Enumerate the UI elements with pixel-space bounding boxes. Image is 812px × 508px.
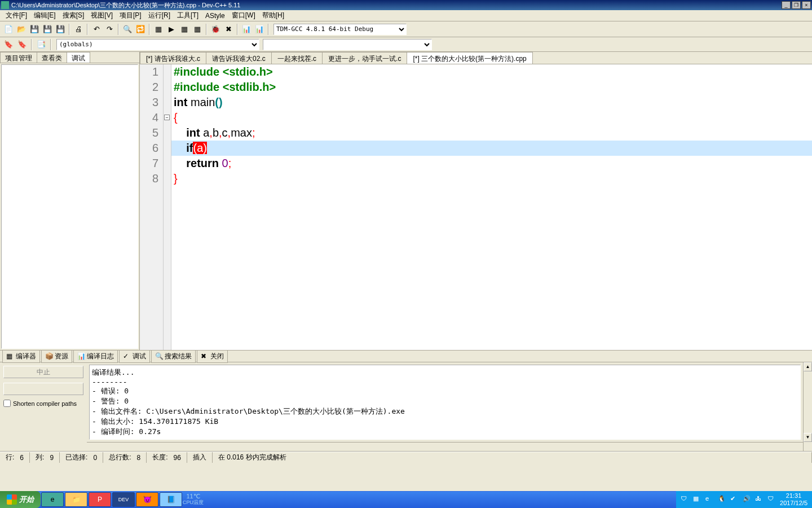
- tray-network-icon[interactable]: 🖧: [755, 495, 764, 504]
- bottom-tab-5[interactable]: ✖关闭: [197, 350, 228, 363]
- file-tab-4[interactable]: [*] 三个数的大小比较(第一种方法).cpp: [407, 52, 532, 64]
- menu-工具[T][interactable]: 工具[T]: [174, 10, 202, 21]
- close-button[interactable]: ×: [802, 1, 811, 9]
- left-tab-0[interactable]: 项目管理: [0, 52, 37, 63]
- fold-toggle[interactable]: −: [164, 115, 170, 120]
- globals-select[interactable]: (globals): [56, 39, 259, 50]
- bottom-tab-1[interactable]: 📦资源: [41, 350, 72, 363]
- tray-security-icon[interactable]: 🛡: [681, 495, 690, 504]
- menu-运行[R][interactable]: 运行[R]: [145, 10, 174, 21]
- task-app2[interactable]: 📘: [160, 492, 182, 507]
- fold-column: −: [164, 64, 171, 350]
- tray-volume-icon[interactable]: 🔊: [743, 495, 752, 504]
- menu-视图[V][interactable]: 视图[V]: [87, 10, 116, 21]
- menu-项目[P][interactable]: 项目[P]: [116, 10, 145, 21]
- clock[interactable]: 21:312017/12/5: [780, 492, 807, 507]
- taskbar: 开始 e 📁 P DEV 😈 📘 11℃CPU温度 🛡 ▦ e 🐧 ✔ 🔊 🖧 …: [0, 491, 812, 508]
- goto-bookmark-icon[interactable]: 🔖: [2, 38, 15, 51]
- windows-logo-icon: [7, 494, 17, 505]
- maximize-button[interactable]: ❐: [792, 1, 801, 9]
- save-all-icon[interactable]: 💾: [41, 23, 54, 36]
- menu-窗口[W][interactable]: 窗口[W]: [228, 10, 259, 21]
- file-tab-2[interactable]: 一起来找茬.c: [271, 52, 323, 64]
- compile-icon[interactable]: ▦: [152, 23, 165, 36]
- function-select[interactable]: [263, 39, 432, 50]
- window-title: C:\Users\Administrator\Desktop\三个数的大小比较(…: [11, 1, 240, 10]
- system-tray: 🛡 ▦ e 🐧 ✔ 🔊 🖧 🛡 21:312017/12/5: [676, 491, 812, 508]
- abort-button[interactable]: 中止: [3, 366, 83, 378]
- task-app1[interactable]: 😈: [136, 492, 158, 507]
- minimize-button[interactable]: _: [782, 1, 791, 9]
- debug-icon[interactable]: 🐞: [209, 23, 222, 36]
- menu-帮助[H][interactable]: 帮助[H]: [259, 10, 288, 21]
- left-panel-body: [1, 64, 138, 349]
- title-bar: C:\Users\Administrator\Desktop\三个数的大小比较(…: [0, 0, 812, 10]
- file-tab-0[interactable]: [*] 请告诉我谁大.c: [140, 52, 206, 64]
- delete-profile-icon[interactable]: 📊: [253, 23, 266, 36]
- bottom-tab-4[interactable]: 🔍搜索结果: [151, 350, 196, 363]
- code-content[interactable]: #include <stdio.h>#include <stdlib.h>int…: [171, 64, 812, 350]
- cpu-temp: 11℃CPU温度: [183, 493, 204, 506]
- start-button[interactable]: 开始: [0, 491, 41, 508]
- code-editor[interactable]: 12345678 − #include <stdio.h>#include <s…: [140, 64, 812, 350]
- save-icon[interactable]: 💾: [28, 23, 41, 36]
- bottom-tab-3[interactable]: ✓调试: [119, 350, 150, 363]
- print-icon[interactable]: 🖨: [72, 23, 85, 36]
- rebuild-icon[interactable]: ▦: [191, 23, 204, 36]
- open-icon[interactable]: 📂: [15, 23, 28, 36]
- compile-output[interactable]: 编译结果... -------- - 错误: 0 - 警告: 0 - 输出文件名…: [89, 365, 801, 440]
- tray-qq-icon[interactable]: 🐧: [718, 495, 727, 504]
- app-icon: [1, 1, 9, 9]
- compiler-select[interactable]: TDM-GCC 4.8.1 64-bit Debug: [273, 24, 407, 35]
- find-icon[interactable]: 🔍: [121, 23, 134, 36]
- left-panel-tabs: 项目管理查看类调试: [0, 52, 139, 63]
- toolbar-secondary: 🔖 🔖 📑 (globals): [0, 37, 812, 52]
- bottom-tabs: ▦编译器📦资源📊编译日志✓调试🔍搜索结果✖关闭: [0, 350, 812, 362]
- menu-编辑[E][interactable]: 编辑[E]: [30, 10, 59, 21]
- goto-line-icon[interactable]: 📑: [35, 38, 47, 51]
- file-tab-3[interactable]: 更进一步，动手试一试.c: [322, 52, 407, 64]
- left-panel: 项目管理查看类调试: [0, 52, 140, 350]
- abort-button-2[interactable]: [3, 383, 83, 395]
- left-tab-2[interactable]: 调试: [67, 52, 90, 63]
- tray-ie-icon[interactable]: e: [705, 495, 714, 504]
- bottom-tab-0[interactable]: ▦编译器: [2, 350, 40, 363]
- compile-run-icon[interactable]: ▦: [178, 23, 191, 36]
- profile-icon[interactable]: 📊: [240, 23, 253, 36]
- task-devcpp[interactable]: DEV: [112, 492, 135, 507]
- line-gutter: 12345678: [140, 64, 164, 350]
- file-tabs: [*] 请告诉我谁大.c请告诉我谁大02.c一起来找茬.c更进一步，动手试一试.…: [140, 52, 812, 64]
- save-as-icon[interactable]: 💾: [54, 23, 67, 36]
- task-explorer[interactable]: 📁: [65, 492, 87, 507]
- shorten-paths-checkbox[interactable]: Shorten compiler paths: [3, 400, 83, 407]
- menu-bar: 文件[F]编辑[E]搜索[S]视图[V]项目[P]运行[R]工具[T]AStyl…: [0, 10, 812, 21]
- stop-icon[interactable]: ✖: [222, 23, 235, 36]
- status-bar: 行: 6 列: 9 已选择: 0 总行数: 8 长度: 96 插入 在 0.01…: [0, 452, 812, 463]
- menu-搜索[S][interactable]: 搜索[S]: [59, 10, 88, 21]
- run-icon[interactable]: ▶: [165, 23, 178, 36]
- file-tab-1[interactable]: 请告诉我谁大02.c: [206, 52, 272, 64]
- undo-icon[interactable]: ↶: [90, 23, 103, 36]
- task-wps[interactable]: P: [89, 492, 111, 507]
- menu-文件[F][interactable]: 文件[F]: [2, 10, 30, 21]
- tray-grid-icon[interactable]: ▦: [693, 495, 702, 504]
- bottom-tab-2[interactable]: 📊编译日志: [73, 350, 118, 363]
- toolbar-main: 📄 📂 💾 💾 💾 🖨 ↶ ↷ 🔍 🔁 ▦ ▶ ▦ ▦ 🐞 ✖ 📊 📊 TDM-…: [0, 21, 812, 37]
- tray-shield-icon[interactable]: 🛡: [767, 495, 776, 504]
- menu-AStyle[interactable]: AStyle: [202, 11, 228, 21]
- task-ie[interactable]: e: [41, 492, 64, 507]
- left-tab-1[interactable]: 查看类: [37, 52, 67, 63]
- redo-icon[interactable]: ↷: [103, 23, 116, 36]
- horizontal-scrollbar[interactable]: [87, 442, 803, 451]
- tray-safe-icon[interactable]: ✔: [730, 495, 739, 504]
- toggle-bookmark-icon[interactable]: 🔖: [16, 38, 28, 51]
- replace-icon[interactable]: 🔁: [134, 23, 147, 36]
- new-file-icon[interactable]: 📄: [2, 23, 15, 36]
- compile-panel: 中止 Shorten compiler paths 编译结果... ------…: [0, 362, 812, 452]
- vertical-scrollbar[interactable]: ▲ ▼: [803, 362, 812, 451]
